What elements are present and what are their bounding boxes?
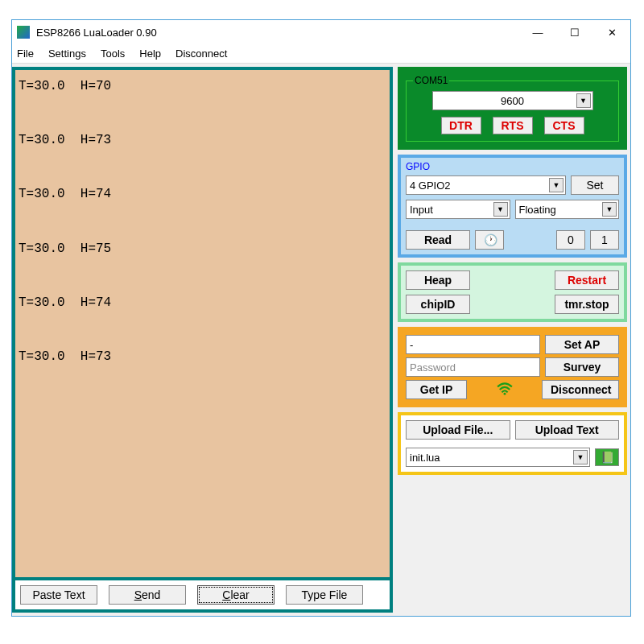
content: T=30.0 H=70 T=30.0 H=73 T=30.0 H=74 T=30… <box>12 64 630 616</box>
ssid-value: - <box>410 339 413 351</box>
left-column: T=30.0 H=70 T=30.0 H=73 T=30.0 H=74 T=30… <box>12 67 393 613</box>
chevron-down-icon: ▼ <box>602 202 617 217</box>
menu-disconnect[interactable]: Disconnect <box>175 47 227 60</box>
gpio-pull-value: Floating <box>519 204 556 216</box>
heap-button[interactable]: Heap <box>406 270 470 290</box>
gpio-legend: GPIO <box>406 161 619 172</box>
menu-tools[interactable]: Tools <box>101 47 125 60</box>
terminal-output[interactable]: T=30.0 H=70 T=30.0 H=73 T=30.0 H=74 T=30… <box>15 70 390 577</box>
minimize-button[interactable]: — <box>519 20 556 44</box>
cts-button[interactable]: CTS <box>544 117 584 134</box>
app-icon <box>17 26 30 39</box>
tmrstop-button[interactable]: tmr.stop <box>555 295 619 314</box>
wifi-disconnect-button[interactable]: Disconnect <box>542 380 619 399</box>
titlebar: ESP8266 LuaLoader 0.90 — ☐ ✕ <box>12 20 630 44</box>
get-ip-button[interactable]: Get IP <box>406 380 467 399</box>
set-ap-button[interactable]: Set AP <box>545 335 619 354</box>
system-panel: Heap Restart chipID tmr.stop <box>398 262 627 322</box>
gpio-panel: GPIO 4 GPIO2 ▼ Set Input ▼ Floating <box>398 155 627 258</box>
upload-file-button[interactable]: Upload File... <box>406 420 510 440</box>
gpio-read-button[interactable]: Read <box>406 230 470 250</box>
gpio-pin-select[interactable]: 4 GPIO2 ▼ <box>406 175 566 195</box>
menu-help[interactable]: Help <box>139 47 161 60</box>
ssid-input[interactable]: - <box>406 335 540 354</box>
gpio-mode-select[interactable]: Input ▼ <box>406 200 510 219</box>
chevron-down-icon: ▼ <box>576 93 591 108</box>
upload-text-button[interactable]: Upload Text <box>515 420 620 440</box>
type-file-button[interactable]: Type File <box>286 585 363 605</box>
svg-point-0 <box>503 392 506 394</box>
gpio-timer-button[interactable]: 🕐 <box>475 230 504 250</box>
chevron-down-icon: ▼ <box>549 178 564 192</box>
window-title: ESP8266 LuaLoader 0.90 <box>36 27 519 39</box>
send-button[interactable]: Send <box>109 585 186 605</box>
dtr-button[interactable]: DTR <box>441 117 481 134</box>
baud-value: 9600 <box>501 95 524 107</box>
gpio-mode-value: Input <box>410 204 433 216</box>
gpio-pin-value: 4 GPIO2 <box>410 180 451 192</box>
com-panel: COM51 9600 ▼ DTR RTS CTS <box>398 67 627 150</box>
baud-select[interactable]: 9600 ▼ <box>432 91 593 110</box>
password-placeholder: Password <box>410 361 456 374</box>
menu-settings[interactable]: Settings <box>48 47 86 60</box>
wifi-icon <box>496 382 514 395</box>
survey-button[interactable]: Survey <box>545 357 619 377</box>
gpio-write-1-button[interactable]: 1 <box>590 230 619 250</box>
bottom-toolbar: Paste Text Send Clear Type File <box>15 580 390 609</box>
gpio-write-0-button[interactable]: 0 <box>556 230 585 250</box>
right-column: COM51 9600 ▼ DTR RTS CTS GPIO <box>398 67 627 613</box>
maximize-button[interactable]: ☐ <box>556 20 593 44</box>
paste-text-button[interactable]: Paste Text <box>20 585 97 605</box>
menubar: File Settings Tools Help Disconnect <box>12 44 630 64</box>
folder-button[interactable]: 📗 <box>595 448 619 466</box>
app-window: ESP8266 LuaLoader 0.90 — ☐ ✕ File Settin… <box>11 19 631 617</box>
rts-button[interactable]: RTS <box>493 117 533 134</box>
wifi-panel: - Set AP Password Survey Get IP <box>398 327 627 407</box>
upload-filename-value: init.lua <box>410 452 440 464</box>
com-legend: COM51 <box>413 75 449 86</box>
clock-icon: 🕐 <box>484 233 497 246</box>
gpio-pull-select[interactable]: Floating ▼ <box>515 200 620 219</box>
gpio-set-button[interactable]: Set <box>571 175 619 195</box>
chevron-down-icon: ▼ <box>573 450 588 464</box>
menu-file[interactable]: File <box>17 47 34 60</box>
close-button[interactable]: ✕ <box>593 20 630 44</box>
restart-button[interactable]: Restart <box>555 270 619 290</box>
upload-panel: Upload File... Upload Text init.lua ▼ 📗 <box>398 412 627 475</box>
window-controls: — ☐ ✕ <box>519 20 630 44</box>
clear-button[interactable]: Clear <box>197 585 275 605</box>
chipid-button[interactable]: chipID <box>406 295 470 314</box>
upload-filename-select[interactable]: init.lua ▼ <box>406 448 590 467</box>
folder-icon: 📗 <box>601 451 614 464</box>
chevron-down-icon: ▼ <box>493 202 508 217</box>
password-input[interactable]: Password <box>406 357 540 377</box>
